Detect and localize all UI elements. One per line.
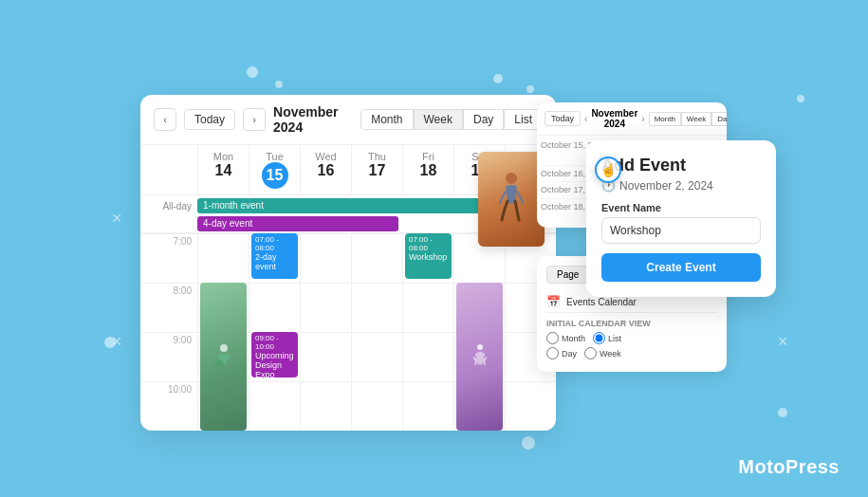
allday-event-4day[interactable]: 4-day event: [197, 216, 398, 231]
day-header-tue: Tue 15: [249, 145, 300, 194]
day-header-fri: Fri 18: [402, 145, 453, 194]
svg-point-0: [220, 344, 228, 352]
event-title: 2-day event: [255, 252, 277, 271]
mini-calendar-header: Today ‹ November 2024 › Month Week Day L…: [537, 102, 727, 136]
day-number: 16: [305, 162, 347, 179]
mini-nav-next[interactable]: ›: [641, 114, 644, 124]
day-col-sat: [453, 233, 505, 431]
event-workshop[interactable]: 07:00 - 08:00 Workshop: [405, 233, 452, 279]
week-radio-label: Week: [600, 349, 621, 359]
day-radio-label: Day: [562, 349, 577, 359]
view-radio-group-2: Day Week: [546, 347, 717, 359]
week-radio[interactable]: [584, 347, 597, 359]
radio-month[interactable]: Month: [546, 332, 585, 344]
yoga2-image: [456, 283, 503, 431]
today-button[interactable]: Today: [184, 109, 235, 130]
event-2day[interactable]: 07:00 - 08:00 2-day event: [251, 233, 298, 279]
radio-week[interactable]: Week: [584, 347, 621, 359]
calendar-header: ‹ Today › November 2024 Month Week Day L…: [140, 95, 556, 145]
day-label: Tue: [266, 151, 284, 162]
day-view-button[interactable]: Day: [463, 109, 504, 130]
day-number: 18: [407, 162, 450, 179]
prev-month-button[interactable]: ‹: [154, 108, 176, 131]
event-design-expo[interactable]: 09:00 - 10:00 Upcoming Design Expo: [251, 332, 298, 377]
yoga2-icon: [466, 342, 494, 371]
block-item-label: Events Calendar: [566, 297, 637, 307]
list-radio-label: List: [608, 334, 621, 343]
week-view-button[interactable]: Week: [414, 109, 463, 130]
month-title: November 2024: [273, 104, 353, 135]
runner-figure-icon: [494, 171, 528, 228]
runner-image: [478, 152, 545, 247]
decorative-dot: [247, 66, 258, 78]
decorative-x: ×: [112, 332, 122, 352]
decorative-dot: [797, 95, 804, 102]
popup-date-text: November 2, 2024: [619, 179, 713, 193]
month-view-button[interactable]: Month: [360, 109, 413, 130]
event-time: 09:00 - 10:00: [255, 334, 294, 351]
mini-today-button[interactable]: Today: [545, 111, 581, 126]
block-section-title: INITIAL CALENDAR VIEW: [546, 319, 717, 328]
day-label: Thu: [368, 151, 386, 162]
view-radio-group: Month List: [546, 332, 717, 344]
popup-title: Add Event: [601, 156, 761, 175]
decorative-dot: [778, 408, 787, 417]
yoga-image: [200, 283, 247, 431]
day-col-thu: [351, 233, 402, 431]
day-col-tue: 07:00 - 08:00 2-day event 09:00 - 10:00 …: [249, 233, 300, 431]
svg-point-3: [506, 173, 517, 184]
event-time: 07:00 - 08:00: [255, 235, 294, 252]
day-label: Wed: [315, 151, 336, 162]
time-grid: 7:00 8:00 9:00 10:00 07: [140, 233, 556, 431]
day-header-wed: Wed 16: [300, 145, 351, 194]
yoga-icon: [210, 342, 238, 371]
page-tab[interactable]: Page: [546, 266, 589, 284]
day-col-fri: 07:00 - 08:00 Workshop: [402, 233, 453, 431]
mini-nav-prev[interactable]: ‹: [584, 114, 587, 124]
create-event-button[interactable]: Create Event: [601, 253, 761, 282]
radio-list[interactable]: List: [593, 332, 621, 344]
radio-day[interactable]: Day: [546, 347, 577, 359]
month-radio-label: Month: [562, 334, 585, 343]
allday-label: All-day: [140, 195, 197, 232]
time-700: 7:00: [140, 233, 197, 283]
time-900: 9:00: [140, 332, 197, 381]
time-1000: 10:00: [140, 381, 197, 431]
mini-view-buttons: Month Week Day List: [649, 112, 727, 126]
event-time: 07:00 - 08:00: [409, 235, 448, 252]
day-header-mon: Mon 14: [197, 145, 249, 194]
day-header-thu: Thu 17: [351, 145, 402, 194]
day-col-mon: [197, 233, 249, 431]
mini-month-title: November 2024: [591, 108, 637, 129]
mini-month-btn[interactable]: Month: [649, 112, 681, 126]
calendar-block-icon: 📅: [546, 295, 561, 308]
day-number: 17: [356, 162, 398, 179]
main-calendar-panel: ‹ Today › November 2024 Month Week Day L…: [140, 95, 556, 431]
mini-day-btn[interactable]: Day: [711, 112, 727, 126]
day-label: Mon: [213, 151, 233, 162]
day-number-today: 15: [262, 162, 288, 189]
day-label: Fri: [422, 151, 434, 162]
decorative-dot: [275, 81, 283, 88]
motopress-logo: MotoPress: [738, 456, 840, 478]
decorative-x: ×: [778, 332, 788, 352]
decorative-dot: [526, 85, 534, 93]
day-radio[interactable]: [546, 347, 559, 359]
event-label: 1-month event: [203, 200, 264, 211]
cursor: ☝: [595, 156, 621, 183]
cursor-icon: ☝: [600, 162, 617, 177]
list-radio[interactable]: [593, 332, 605, 344]
svg-point-2: [477, 344, 483, 350]
view-buttons: Month Week Day List: [360, 109, 543, 130]
decorative-x: ×: [112, 209, 122, 229]
month-radio[interactable]: [546, 332, 559, 344]
decorative-dot: [493, 74, 503, 83]
event-title: Workshop: [409, 252, 447, 262]
event-title: Upcoming Design Expo: [255, 351, 294, 377]
time-800: 8:00: [140, 283, 197, 332]
decorative-dot: [522, 436, 535, 450]
time-labels: 7:00 8:00 9:00 10:00: [140, 233, 197, 431]
mini-week-btn[interactable]: Week: [681, 112, 711, 126]
event-name-input[interactable]: [601, 217, 761, 244]
next-month-button[interactable]: ›: [243, 108, 266, 131]
